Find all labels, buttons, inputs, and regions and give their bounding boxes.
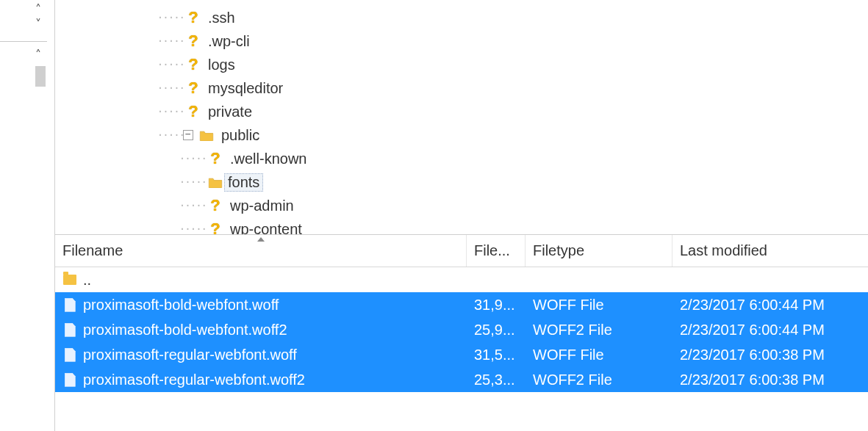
file-modified: 2/23/2017 6:00:44 PM [672, 297, 868, 314]
tree-connector: ····· [143, 35, 184, 47]
column-header-filesize[interactable]: File... [467, 235, 526, 267]
file-type: WOFF File [526, 347, 672, 363]
file-list-pane: Filename File... Filetype Last modified … [55, 235, 868, 431]
tree-connector: ····· [165, 223, 207, 235]
file-row[interactable]: proximasoft-bold-webfont.woff2 25,9... W… [55, 317, 868, 342]
parent-dir-label: .. [83, 272, 91, 289]
tree-item--well-known[interactable]: ·····?.well-known [143, 147, 868, 170]
tree-item-label: public [215, 127, 259, 144]
file-row[interactable]: proximasoft-regular-webfont.woff 31,5...… [55, 342, 868, 367]
unknown-folder-icon: ? [207, 196, 224, 215]
folder-tree[interactable]: ·····?.ssh·····?.wp-cli·····?logs·····?m… [55, 0, 868, 235]
tree-connector: ····· [165, 153, 207, 164]
tree-connector: ····· [165, 200, 207, 211]
column-header-filetype[interactable]: Filetype [526, 235, 672, 267]
scroll-down-icon[interactable]: ˅ [35, 18, 41, 31]
file-type: WOFF2 File [526, 322, 672, 338]
tree-item-label: wp-admin [224, 198, 294, 214]
file-size: 31,5... [467, 347, 526, 363]
tree-connector: ····· [143, 129, 184, 141]
column-header-modified[interactable]: Last modified [672, 235, 868, 267]
folder-icon [207, 176, 224, 188]
tree-item-label: wp-content [224, 221, 302, 236]
main-area: ·····?.ssh·····?.wp-cli·····?logs·····?m… [55, 0, 868, 431]
remote-tree-pane: ·····?.ssh·····?.wp-cli·····?logs·····?m… [55, 0, 868, 235]
file-size: 25,3... [467, 372, 526, 388]
left-strip: ˄ ˅ ˄ [0, 0, 55, 431]
list-header: Filename File... Filetype Last modified [55, 235, 868, 267]
tree-item-label: mysqleditor [202, 80, 283, 97]
file-name: proximasoft-regular-webfont.woff2 [83, 372, 305, 388]
tree-item-wp-admin[interactable]: ·····?wp-admin [143, 194, 868, 217]
tree-connector: ····· [143, 12, 184, 23]
file-icon [62, 298, 77, 312]
tree-connector: ····· [143, 59, 184, 70]
unknown-folder-icon: ? [184, 79, 202, 98]
tree-item-label: .well-known [224, 151, 306, 167]
file-size: 31,9... [467, 297, 526, 314]
app-root: ˄ ˅ ˄ ·····?.ssh·····?.wp-cli·····?logs·… [0, 0, 868, 431]
unknown-folder-icon: ? [207, 149, 224, 168]
file-row[interactable]: proximasoft-regular-webfont.woff2 25,3..… [55, 367, 868, 392]
strip-divider [0, 41, 47, 42]
strip-arrows-top: ˄ ˅ [35, 3, 41, 31]
file-icon [62, 348, 77, 362]
column-header-filename[interactable]: Filename [55, 235, 467, 267]
tree-item--wp-cli[interactable]: ·····?.wp-cli [143, 29, 868, 53]
unknown-folder-icon: ? [207, 220, 224, 235]
file-icon [62, 323, 77, 337]
tree-item--ssh[interactable]: ·····?.ssh [143, 6, 868, 29]
tree-connector: ····· [143, 106, 184, 117]
file-modified: 2/23/2017 6:00:38 PM [672, 347, 868, 363]
tree-item-logs[interactable]: ·····?logs [143, 53, 868, 76]
folder-icon [198, 129, 215, 141]
file-type: WOFF2 File [526, 372, 672, 388]
collapse-icon[interactable]: − [183, 130, 193, 140]
file-name: proximasoft-bold-webfont.woff [83, 297, 279, 314]
tree-item-public[interactable]: ·····− public [143, 123, 868, 147]
tree-item-label: private [202, 104, 252, 120]
tree-connector: ····· [165, 176, 207, 188]
file-type: WOFF File [526, 297, 672, 314]
tree-item-label: .ssh [202, 10, 235, 26]
unknown-folder-icon: ? [184, 8, 202, 27]
unknown-folder-icon: ? [184, 102, 202, 121]
folder-icon [62, 275, 77, 285]
file-size: 25,9... [467, 322, 526, 338]
tree-item-label: logs [202, 57, 235, 73]
scroll-up-icon-2[interactable]: ˄ [35, 48, 41, 62]
tree-item-fonts[interactable]: ····· fonts [143, 170, 868, 194]
file-name: proximasoft-regular-webfont.woff [83, 347, 297, 363]
file-modified: 2/23/2017 6:00:44 PM [672, 322, 868, 338]
tree-item-wp-content[interactable]: ·····?wp-content [143, 217, 868, 235]
file-modified: 2/23/2017 6:00:38 PM [672, 372, 868, 388]
parent-directory-row[interactable]: .. [55, 267, 868, 292]
file-name: proximasoft-bold-webfont.woff2 [83, 322, 287, 338]
file-row[interactable]: proximasoft-bold-webfont.woff 31,9... WO… [55, 292, 868, 317]
tree-item-label: .wp-cli [202, 33, 250, 50]
tree-connector: ····· [143, 82, 184, 94]
scroll-up-icon[interactable]: ˄ [35, 3, 41, 16]
tree-item-label: fonts [224, 173, 263, 192]
file-icon [62, 373, 77, 387]
tree-item-private[interactable]: ·····?private [143, 100, 868, 123]
scrollbar-thumb[interactable] [35, 66, 46, 87]
unknown-folder-icon: ? [184, 32, 202, 51]
unknown-folder-icon: ? [184, 55, 202, 74]
file-list-body[interactable]: .. proximasoft-bold-webfont.woff 31,9...… [55, 267, 868, 431]
tree-item-mysqleditor[interactable]: ·····?mysqleditor [143, 76, 868, 100]
